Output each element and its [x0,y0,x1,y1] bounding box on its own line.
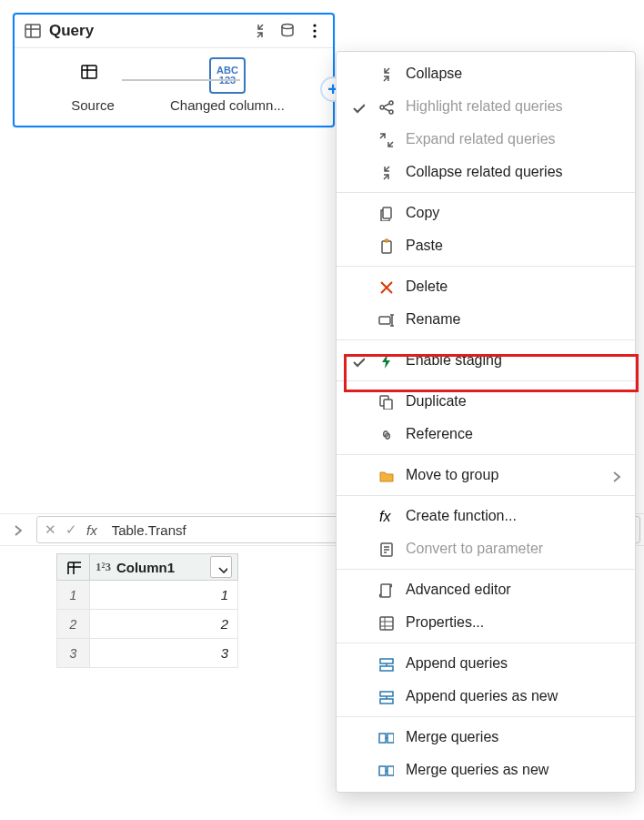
menu-item-label: Convert to parameter [406,541,622,557]
menu-separator [337,339,635,340]
table-row[interactable]: 33 [56,639,238,668]
more-icon[interactable] [306,22,324,40]
paste-icon [377,238,395,254]
grid-icon [377,614,395,631]
param-icon [377,541,395,557]
query-card-header: Query [15,15,333,48]
share-icon [377,98,395,115]
folder-icon [377,467,395,483]
bolt-icon [377,352,395,369]
menu-item-label: Enable staging [406,352,622,369]
column-filter-button[interactable] [210,556,232,578]
column-type-badge: 1²3 [96,560,111,574]
menu-separator [337,716,635,717]
row-number: 3 [57,639,90,667]
menu-item-label: Delete [406,278,622,295]
menu-item-duplicate[interactable]: Duplicate [337,385,635,418]
submenu-chevron-icon [608,468,622,482]
delete-icon [377,278,395,295]
menu-item-label: Duplicate [406,393,622,410]
menu-item-convert-to-parameter: Convert to parameter [337,532,635,565]
menu-item-label: Highlight related queries [406,98,622,115]
menu-item-label: Reference [406,426,622,442]
menu-item-label: Advanced editor [406,582,622,598]
collapse-icon [377,66,395,82]
menu-item-append-queries[interactable]: Append queries [337,647,635,680]
copy-icon [377,205,395,221]
step-source[interactable]: Source [25,57,160,113]
menu-item-label: Expand related queries [406,131,622,147]
cell-value[interactable]: 3 [90,639,237,667]
menu-separator [337,380,635,381]
step-connector [122,79,240,81]
menu-item-label: Append queries [406,655,622,672]
datatype-icon: ABC 123 [209,57,246,94]
menu-item-enable-staging[interactable]: Enable staging [337,344,635,377]
menu-item-label: Paste [406,238,622,254]
collapse-icon[interactable] [251,22,269,40]
menu-item-move-to-group[interactable]: Move to group [337,459,635,491]
table-icon [24,22,42,40]
table-header-row: 1²3 Column1 [56,553,238,581]
cell-value[interactable]: 1 [90,581,237,609]
menu-item-paste[interactable]: Paste [337,229,635,262]
check-icon [349,353,366,368]
expand-steps-icon[interactable] [4,521,31,538]
menu-separator [337,643,635,643]
table-icon [75,57,111,94]
menu-item-label: Move to group [406,467,597,483]
merge-icon [377,729,395,745]
menu-item-reference[interactable]: Reference [337,418,635,450]
table-row[interactable]: 22 [56,610,238,639]
menu-item-merge-queries[interactable]: Merge queries [337,721,635,754]
menu-item-label: Merge queries [406,729,622,745]
rename-icon [377,311,395,328]
menu-item-append-queries-as-new[interactable]: Append queries as new [337,680,635,713]
menu-item-advanced-editor[interactable]: Advanced editor [337,573,635,606]
append-icon [377,655,395,672]
row-number: 2 [57,610,90,638]
fx-icon [377,508,395,524]
menu-item-collapse-related-queries[interactable]: Collapse related queries [337,156,635,188]
column-header[interactable]: 1²3 Column1 [90,554,237,580]
column-name: Column1 [116,560,175,575]
step-label: Source [71,97,115,113]
formula-text: Table.Transf [112,522,186,538]
expand-icon [377,131,395,147]
step-changed-column-type[interactable]: ABC 123 Changed column... [160,57,295,113]
collapse-icon [377,164,395,180]
menu-separator [337,569,635,570]
commit-formula-icon[interactable]: ✓ [65,521,77,538]
menu-item-merge-queries-as-new[interactable]: Merge queries as new [337,754,635,786]
query-steps: Source ABC 123 Changed column... [15,48,333,116]
menu-item-properties[interactable]: Properties... [337,606,635,639]
cancel-formula-icon[interactable]: ✕ [45,521,56,538]
menu-item-delete[interactable]: Delete [337,270,635,303]
menu-separator [337,192,635,193]
append-new-icon [377,688,395,704]
data-table: 1²3 Column1 112233 [56,553,238,668]
scroll-icon [377,582,395,598]
menu-item-label: Copy [406,205,622,221]
menu-item-copy[interactable]: Copy [337,197,635,229]
menu-item-label: Append queries as new [406,688,622,704]
check-icon [349,99,366,114]
table-row[interactable]: 11 [56,581,238,610]
menu-item-highlight-related-queries: Highlight related queries [337,90,635,123]
context-menu: CollapseHighlight related queriesExpand … [336,51,636,793]
query-card[interactable]: Query Source ABC 123 Changed column... + [13,13,335,127]
menu-item-rename[interactable]: Rename [337,303,635,336]
menu-item-label: Properties... [406,614,622,631]
datasource-icon[interactable] [278,22,297,40]
query-title: Query [49,22,244,40]
menu-item-create-function[interactable]: Create function... [337,500,635,532]
row-number: 1 [57,581,90,609]
fx-label: fx [86,522,97,538]
menu-item-collapse[interactable]: Collapse [337,57,635,90]
menu-item-label: Create function... [406,508,622,524]
menu-item-label: Rename [406,311,622,328]
cell-value[interactable]: 2 [90,610,237,638]
table-corner-icon[interactable] [57,554,90,580]
menu-separator [337,495,635,496]
menu-item-label: Collapse related queries [406,164,622,180]
